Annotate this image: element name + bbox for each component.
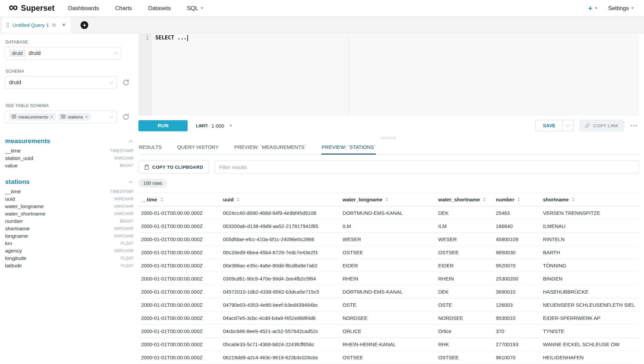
column-header[interactable]: water_longname [340,193,436,206]
column-type: VARCHAR [114,156,133,161]
drag-dots-icon [381,136,397,139]
column-header[interactable]: shortname [540,193,639,206]
top-navbar: ∞ Superset DashboardsChartsDatasetsSQL +… [0,0,644,17]
table-cell: WANNE EICKEL SCHLEUSE OW [540,341,639,347]
column-header-label: number [496,197,514,202]
table-row[interactable]: 2000-01-01T00:00:00.000Z0309cd61-90c9-47… [138,272,639,285]
schema-tables: measurements__timeTIMESTAMPstation_uuidV… [5,137,133,269]
save-dropdown-button[interactable] [563,120,574,131]
table-cell: 9650030 [493,250,540,255]
table-cell: TYNISTE [540,328,639,334]
table-section-header[interactable]: measurements [5,137,133,145]
table-row[interactable]: 2000-01-01T00:00:00.000Z00c33ed9-6bea-45… [138,246,639,259]
table-row[interactable]: 2000-01-01T00:00:00.000Z04acd7e5-3cbc-4c… [138,311,639,325]
results-tab[interactable]: PREVIEW: `STATIONS` [321,141,376,154]
column-type: VARCHAR [114,197,133,201]
column-header-label: __time [141,197,157,202]
column-name: uuid [5,196,15,202]
table-cell: 2000-01-01T00:00:00.000Z [138,289,220,295]
filter-results-input[interactable] [215,161,639,173]
table-row[interactable]: 2000-01-01T00:00:00.000Z05ca0e33-5c71-43… [138,338,639,351]
nav-item-sql[interactable]: SQL [187,5,203,12]
close-icon[interactable]: × [62,22,65,28]
sort-asc-icon [160,198,163,199]
column-header[interactable]: water_shortname [436,193,493,206]
remove-table-icon[interactable]: × [50,114,53,120]
sort-desc-icon [483,200,486,201]
column-header[interactable]: number [493,193,540,206]
table-schema-select[interactable]: measurements×stations× [5,110,117,123]
table-row[interactable]: 2000-01-01T00:00:00.000Z04790e03-4353-4e… [138,298,639,311]
column-name: km [5,240,12,246]
copy-to-clipboard-button[interactable]: COPY TO CLIPBOARD [138,161,209,173]
table-cell: RINTELN [540,236,639,242]
table-section-header[interactable]: stations [5,178,133,186]
table-row[interactable]: 2000-01-01T00:00:00.000Z005dfdae-efcc-41… [138,233,639,246]
table-icon [12,114,16,120]
column-name: value [5,163,18,169]
nav-item-label: SQL [187,5,198,12]
new-item-dropdown[interactable]: + [588,4,597,12]
query-tabbar: Untitled Query 1 × + [0,17,644,33]
sort-desc-icon [517,200,520,201]
table-row[interactable]: 2000-01-01T00:00:00.000Z04cbc946-8ee9-45… [138,325,639,338]
table-section-stations: stations__timeTIMESTAMPuuidVARCHARwater_… [5,178,133,269]
table-row[interactable]: 2000-01-01T00:00:00.000Z003200ab-d138-49… [138,220,639,233]
table-cell: 166640 [493,223,540,229]
remove-table-icon[interactable]: × [85,114,88,120]
database-value: druid [29,50,41,56]
table-row[interactable]: 2000-01-01T00:00:00.000Z06219dd9-a2c4-46… [138,351,639,364]
more-options-button[interactable]: ... [629,120,639,131]
sql-lab-content: DATABASE druid druid SCHEMA druid [0,33,644,364]
column-name: __time [5,189,21,195]
table-cell: RHEIN [340,276,436,282]
limit-dropdown[interactable]: LIMIT: 1 000 [196,123,232,129]
sql-editor[interactable]: 1 SELECT ... [138,33,639,116]
refresh-icon [122,79,130,86]
chevron-down-icon [566,123,570,127]
table-cell: ILM [436,223,493,229]
refresh-tables-button[interactable] [122,112,130,121]
table-cell: 3690010 [493,289,540,295]
database-select[interactable]: druid druid [5,47,121,60]
schema-select[interactable]: druid [5,76,117,89]
table-badge-label: measurements [18,114,48,120]
column-name: longitude [5,255,26,261]
column-row: kmFLOAT [5,240,133,247]
column-header[interactable]: __time [138,193,220,206]
add-tab-button[interactable]: + [80,21,88,29]
table-cell: HEILIGENHAFEN [540,355,639,360]
nav-item-charts[interactable]: Charts [115,5,132,12]
table-cell: EIDER-SPERRWERK AP [540,315,639,321]
copy-link-button[interactable]: COPY LINK [579,120,624,131]
table-cell: 27700193 [493,341,540,347]
nav-right: + Settings [588,4,634,12]
brand[interactable]: ∞ Superset [9,4,55,13]
query-tab[interactable]: Untitled Query 1 × [2,17,71,33]
table-cell: OSTE [436,302,493,308]
nav-item-dashboards[interactable]: Dashboards [68,5,99,12]
table-cell: 04790e03-4353-4e80-beef-b3ed439484bc [220,302,340,308]
nav-item-datasets[interactable]: Datasets [148,5,171,12]
run-button[interactable]: RUN [138,120,188,131]
table-cell: 2000-01-01T00:00:00.000Z [138,315,220,321]
column-header[interactable]: uuid [220,193,340,206]
results-tab[interactable]: PREVIEW: `MEASUREMENTS` [234,141,307,154]
save-button[interactable]: SAVE [536,120,563,131]
column-row: longitudeFLOAT [5,255,133,262]
table-row[interactable]: 2000-01-01T00:00:00.000Z0024cc40-d690-46… [138,206,639,220]
table-row[interactable]: 2000-01-01T00:00:00.000Z04572010-1db2-43… [138,285,639,298]
settings-menu[interactable]: Settings [608,5,634,12]
table-row[interactable]: 2000-01-01T00:00:00.000Z00e386ac-e35c-4a… [138,259,639,272]
results-tab[interactable]: RESULTS [138,141,162,154]
editor-code[interactable]: SELECT ... [152,33,188,116]
table-cell: 25300200 [493,276,540,282]
drag-handle-icon[interactable] [6,23,9,28]
chevron-up-icon [129,181,132,185]
refresh-schema-button[interactable] [122,78,130,87]
pane-splitter[interactable] [138,135,639,140]
column-row: station_uuidVARCHAR [5,155,133,162]
results-tab[interactable]: QUERY HISTORY [177,141,219,154]
table-badge-label: stations [67,114,83,120]
database-field: DATABASE druid druid [5,39,133,60]
